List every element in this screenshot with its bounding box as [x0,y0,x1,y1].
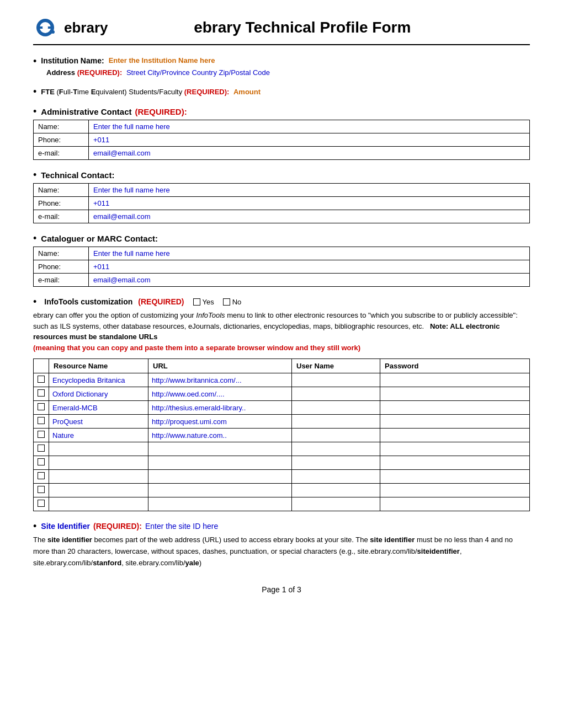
resource-url-cell [148,484,292,497]
marc-contact-table: Name: Enter the full name here Phone: +0… [33,247,530,287]
site-id-body-p6: ) [199,559,201,567]
admin-phone-label: Phone: [34,133,89,147]
resource-password-cell [380,484,530,497]
resource-checkbox[interactable] [38,486,45,493]
marc-name-label: Name: [34,247,89,260]
tech-heading: Technical Contact: [41,170,114,180]
resource-password-cell [380,456,530,470]
resource-username-cell [292,442,380,456]
table-row: Emerald-MCBhttp://thesius.emerald-librar… [34,401,530,415]
resource-url-cell: http://www.nature.com.. [148,429,292,442]
resource-url-cell [148,470,292,484]
resource-username-cell [292,387,380,401]
row-checkbox-cell [34,387,49,401]
site-id-body-p1: The [33,536,47,544]
marc-name-value: Enter the full name here [89,247,530,260]
resource-checkbox[interactable] [38,389,45,397]
infotools-heading: InfoTools customization [44,297,132,306]
tech-name-value: Enter the full name here [89,184,530,197]
address-line: Address (REQUIRED): Street City/Province… [46,68,530,77]
table-row [34,442,530,456]
site-id-bold3: siteidentifier [417,547,460,555]
resource-username-cell [292,415,380,429]
resource-username-cell [292,484,380,497]
admin-contact-table: Name: Enter the full name here Phone: +0… [33,120,530,160]
page-label: Page 1 of 3 [262,585,301,594]
table-row [34,456,530,470]
address-label: Address [46,68,75,77]
svg-point-4 [51,30,55,34]
resource-password-cell [380,387,530,401]
tech-bullet: • [33,170,36,180]
address-fields: Street City/Province Country Zip/Postal … [126,68,270,77]
marc-phone-label: Phone: [34,260,89,274]
row-checkbox-cell [34,484,49,497]
resource-url-cell: http://thesius.emerald-library.. [148,401,292,415]
col-header-username: User Name [292,359,380,373]
resource-checkbox[interactable] [38,445,45,452]
table-row [34,484,530,497]
table-row: Phone: +011 [34,197,530,210]
resources-table: Resource Name URL User Name Password Enc… [33,358,530,511]
table-row: Phone: +011 [34,260,530,274]
ebrary-logo-icon [33,17,62,39]
col-header-resource-name: Resource Name [49,359,148,373]
resource-password-cell [380,373,530,387]
admin-email-label: e-mail: [34,147,89,160]
resource-url-cell [148,497,292,511]
resource-name-cell [49,442,148,456]
yes-checkbox[interactable] [193,298,200,306]
address-required: (REQUIRED): [77,68,123,77]
site-id-body: The site identifier becomes part of the … [33,534,530,569]
institution-name-row: • Institution Name: Enter the Institutio… [33,56,530,66]
row-checkbox-cell [34,456,49,470]
tech-email-value: email@email.com [89,210,530,223]
infotools-note-red: (meaning that you can copy and paste the… [33,344,360,352]
resource-checkbox[interactable] [38,500,45,507]
admin-required: (REQUIRED): [135,107,187,116]
resource-url-cell [148,456,292,470]
row-checkbox-cell [34,429,49,442]
infotools-yes-option: Yes [193,298,214,306]
resource-checkbox[interactable] [38,417,45,424]
resource-checkbox[interactable] [38,472,45,479]
admin-contact-section: • Administrative Contact (REQUIRED): Nam… [33,106,530,160]
admin-name-label: Name: [34,120,89,133]
resource-username-cell [292,401,380,415]
no-checkbox[interactable] [223,298,230,306]
resource-name-cell: Encyclopedia Britanica [49,373,148,387]
row-checkbox-cell [34,470,49,484]
resource-username-cell [292,373,380,387]
tech-phone-value: +011 [89,197,530,210]
resource-name-cell: Emerald-MCB [49,401,148,415]
resource-name-cell [49,484,148,497]
fte-description: (Full-Time Equivalent) Students/Faculty [57,88,184,96]
site-id-placeholder: Enter the site ID here [145,522,218,531]
fte-row: FTE (Full-Time Equivalent) Students/Facu… [41,88,261,96]
site-id-bullet: • [33,521,36,531]
row-checkbox-cell [34,415,49,429]
site-id-bold5: yale [185,559,199,567]
infotools-section: • InfoTools customization (REQUIRED) Yes… [33,297,530,511]
resource-checkbox[interactable] [38,376,45,383]
resource-name-cell: ProQuest [49,415,148,429]
resource-password-cell [380,401,530,415]
infotools-no-option: No [223,298,242,306]
table-row: Encyclopedia Britanicahttp://www.britann… [34,373,530,387]
fte-bullet: • [33,87,36,97]
resource-name-cell: Nature [49,429,148,442]
site-id-required: (REQUIRED): [93,522,142,531]
resource-checkbox[interactable] [38,403,45,410]
table-row: Name: Enter the full name here [34,247,530,260]
resource-password-cell [380,497,530,511]
resource-checkbox[interactable] [38,458,45,465]
resource-checkbox[interactable] [38,431,45,438]
table-row: Name: Enter the full name here [34,184,530,197]
marc-bullet: • [33,233,36,243]
tech-contact-section: • Technical Contact: Name: Enter the ful… [33,170,530,223]
resource-password-cell [380,415,530,429]
table-row: e-mail: email@email.com [34,274,530,287]
resource-username-cell [292,497,380,511]
admin-phone-value: +011 [89,133,530,147]
row-checkbox-cell [34,497,49,511]
